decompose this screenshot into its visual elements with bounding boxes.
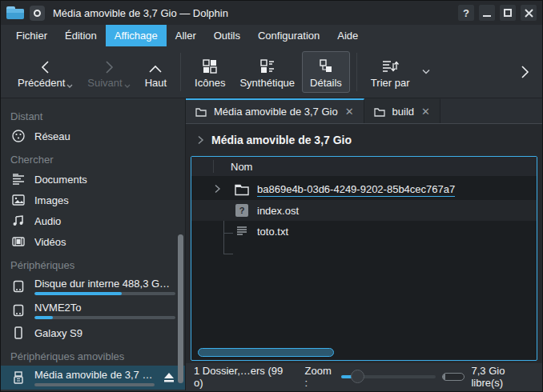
sidebar-item-documents[interactable]: Documents (1, 169, 185, 190)
up-label: Haut (145, 77, 167, 89)
places-section-distant: Distant (1, 108, 185, 126)
close-button[interactable] (520, 4, 537, 22)
menu-outils[interactable]: Outils (205, 25, 249, 46)
unknown-file-icon: ? (235, 203, 249, 218)
back-button[interactable]: Précédent (10, 52, 80, 92)
menu-edition[interactable]: Édition (56, 25, 106, 46)
menu-aller[interactable]: Aller (167, 25, 205, 46)
breadcrumb-chevron-icon (197, 135, 204, 145)
zoom-label: Zoom : (305, 365, 335, 389)
icons-view-icon (202, 55, 218, 74)
status-bar: 1 Dossier,…ers (99 o) Zoom : 7,3 Gio lib… (186, 363, 542, 390)
sidebar-item-reseau[interactable]: Réseau (1, 126, 185, 146)
menu-fichier[interactable]: Fichier (7, 25, 56, 46)
sidebar-item-label: Galaxy S9 (34, 327, 175, 339)
places-panel: Distant Réseau Chercher (1, 98, 186, 390)
menubar: Fichier Édition Affichage Aller Outils C… (1, 25, 542, 46)
forward-dropdown-icon[interactable] (124, 84, 131, 89)
sidebar-item-label: Images (34, 194, 175, 206)
help-button[interactable]: ? (457, 4, 475, 22)
forward-label: Suivant (87, 77, 122, 89)
titlebar[interactable]: Média amovible de 3,7 Gio — Dolphin ? (1, 1, 542, 25)
sidebar-item-label: Disque dur interne 488,3 G… (34, 278, 175, 290)
text-file-icon (235, 224, 249, 238)
document-lines-icon (10, 172, 26, 186)
icons-view-button[interactable]: Icônes (187, 52, 232, 92)
sort-dropdown-icon[interactable] (421, 69, 431, 75)
tab-build[interactable]: build ✕ (364, 98, 440, 123)
sort-by-button[interactable]: Trier par (364, 52, 432, 92)
breadcrumb[interactable]: Média amovible de 3,7 Gio (211, 134, 352, 146)
sort-icon (381, 55, 399, 74)
up-button[interactable]: Haut (138, 52, 174, 92)
sidebar-item-galaxy-s9[interactable]: Galaxy S9 (1, 322, 185, 343)
forward-icon (103, 55, 115, 74)
usb-drive-icon (10, 370, 26, 385)
disk-usage-bar (34, 383, 155, 386)
location-bar[interactable]: Média amovible de 3,7 Gio (186, 124, 542, 156)
window-title: Média amovible de 3,7 Gio — Dolphin (53, 7, 228, 19)
column-header-nom[interactable]: Nom (191, 161, 252, 173)
file-name[interactable]: ba869e4b-03d6-4249-9202-85b4cec767a7 (257, 183, 455, 197)
back-dropdown-icon[interactable] (66, 84, 73, 89)
expand-chevron-icon[interactable] (214, 184, 221, 194)
toolbar-overflow-button[interactable] (517, 62, 533, 82)
sidebar-item-label: Documents (34, 174, 175, 186)
sidebar-item-label: Audio (34, 215, 175, 227)
hard-disk-icon (10, 303, 26, 318)
menu-affichage[interactable]: Affichage (106, 25, 167, 46)
sidebar-item-label: NVME2To (34, 302, 175, 314)
sidebar-item-images[interactable]: Images (1, 190, 185, 210)
menu-configuration[interactable]: Configuration (249, 25, 328, 46)
folder-icon (195, 107, 207, 117)
details-view-button[interactable]: Détails (302, 51, 350, 93)
forward-button[interactable]: Suivant (80, 52, 137, 92)
tab-close-icon[interactable]: ✕ (345, 106, 354, 118)
menu-aide[interactable]: Aide (328, 25, 367, 46)
file-row-folder[interactable]: ba869e4b-03d6-4249-9202-85b4cec767a7 (191, 179, 537, 200)
file-name[interactable]: index.ost (257, 205, 299, 217)
column-header-row[interactable]: Nom (191, 157, 537, 176)
tab-bar: Média amovible de 3,7 Gio ✕ build ✕ (186, 98, 542, 124)
maximize-button[interactable] (499, 4, 517, 22)
sidebar-item-media-amovible[interactable]: Média amovible de 3,7 … (1, 366, 185, 390)
compact-view-button[interactable]: Synthétique (232, 52, 302, 92)
minimize-button[interactable] (478, 4, 496, 22)
sort-label: Trier par (371, 77, 410, 89)
free-space-capacity-bar (442, 373, 465, 381)
window-body: Distant Réseau Chercher (1, 98, 542, 390)
sidebar-item-audio[interactable]: Audio (1, 210, 185, 231)
sidebar-item-videos[interactable]: Vidéos (1, 231, 185, 252)
file-view[interactable]: Nom (191, 156, 537, 361)
toolbar: Précédent Suivant Haut (1, 46, 542, 98)
file-row-index-ost[interactable]: ? index.ost (191, 200, 537, 221)
toolbar-separator (356, 53, 357, 91)
back-label: Précédent (18, 77, 65, 89)
file-name[interactable]: toto.txt (257, 226, 288, 238)
disk-usage-bar (34, 292, 175, 295)
window-menu-icon[interactable] (30, 6, 45, 21)
status-summary: 1 Dossier,…ers (99 o) (194, 365, 288, 389)
horizontal-scrollbar[interactable] (198, 348, 334, 357)
eject-button[interactable] (163, 372, 175, 383)
network-icon (10, 129, 26, 143)
file-row-toto-txt[interactable]: toto.txt (191, 221, 537, 242)
sidebar-item-disque-interne[interactable]: Disque dur interne 488,3 G… (1, 274, 185, 298)
minimize-icon (483, 15, 491, 17)
sidebar-item-label: Vidéos (34, 236, 175, 248)
zoom-slider-handle[interactable] (351, 370, 364, 383)
folder-icon (374, 107, 385, 117)
back-icon (39, 55, 52, 74)
disk-usage-bar (34, 316, 175, 319)
sidebar-scrollbar[interactable] (178, 234, 183, 383)
details-view-label: Détails (310, 77, 342, 89)
places-section-peripheriques: Périphériques (1, 257, 185, 274)
zoom-slider[interactable] (341, 370, 436, 384)
music-note-icon (10, 214, 26, 228)
image-icon (10, 193, 26, 207)
folder-icon (235, 182, 249, 197)
tab-media-amovible[interactable]: Média amovible de 3,7 Gio ✕ (186, 98, 364, 123)
tab-close-icon[interactable]: ✕ (421, 106, 430, 118)
sidebar-item-nvme2to[interactable]: NVME2To (1, 298, 185, 322)
toolbar-separator (180, 53, 181, 91)
